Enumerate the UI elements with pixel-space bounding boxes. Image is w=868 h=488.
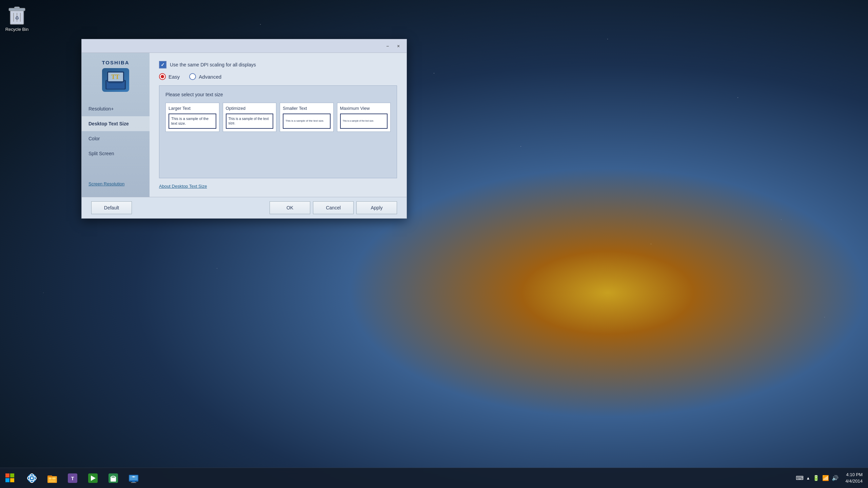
default-button[interactable]: Default [91, 201, 132, 214]
apply-button[interactable]: Apply [356, 201, 397, 214]
ie-icon [26, 473, 37, 484]
file-explorer-icon [47, 473, 58, 484]
toshiba-icon: T [67, 473, 78, 484]
notification-area: ⌨ ▲ 🔋 📶 🔊 [793, 475, 842, 481]
svg-text:T: T [71, 476, 74, 481]
network-icon[interactable]: 📶 [822, 475, 829, 481]
size-card-optimized[interactable]: Optimized This is a sample of the text s… [223, 103, 277, 132]
size-card-smaller-text-preview: This is a sample of the text size. [283, 114, 331, 129]
dpi-checkbox-wrapper[interactable]: Use the same DPI scaling for all display… [159, 61, 256, 68]
smaller-text-preview: This is a sample of the text size. [285, 119, 324, 123]
start-button[interactable] [0, 468, 20, 488]
larger-text-preview: This is a sample of the text size. [171, 116, 214, 126]
recycle-bin-label: Recycle Bin [5, 27, 29, 32]
sidebar-item-desktop-text-size[interactable]: Desktop Text Size [82, 116, 150, 131]
svg-rect-15 [10, 473, 14, 477]
size-card-smaller-text-title: Smaller Text [283, 106, 331, 111]
size-options-container: Larger Text This is a sample of the text… [165, 103, 391, 132]
svg-rect-3 [14, 7, 20, 9]
size-card-larger-text[interactable]: Larger Text This is a sample of the text… [165, 103, 219, 132]
svg-text:♻: ♻ [15, 15, 19, 21]
taskbar: T [0, 468, 868, 488]
panel-title: Please select your text size [165, 92, 391, 97]
keyboard-icon[interactable]: ⌨ [796, 475, 804, 481]
about-link[interactable]: About Desktop Text Size [159, 184, 397, 189]
size-card-maximum-view-preview: This is a sample of the text size. [340, 114, 388, 129]
radio-easy-button[interactable] [159, 73, 166, 80]
logo-icon-container: TT [102, 68, 129, 92]
clock-time: 4:10 PM [845, 472, 863, 478]
svg-rect-36 [131, 482, 136, 483]
size-card-maximum-view[interactable]: Maximum View This is a sample of the tex… [337, 103, 391, 132]
svg-rect-23 [47, 475, 52, 477]
taskbar-app-remote-desktop[interactable] [123, 468, 144, 488]
dialog-titlebar: − × [82, 39, 407, 53]
svg-rect-13 [109, 82, 122, 83]
taskbar-app-file-explorer[interactable] [42, 468, 62, 488]
size-card-optimized-title: Optimized [226, 106, 274, 111]
minimize-button[interactable]: − [382, 41, 393, 51]
radio-advanced[interactable]: Advanced [189, 73, 221, 80]
size-card-optimized-preview: This is a sample of the text size. [226, 114, 274, 129]
media-player-icon [87, 473, 98, 484]
sidebar-logo: TOSHIBA TT [82, 53, 150, 99]
radio-advanced-button[interactable] [189, 73, 196, 80]
taskbar-app-toshiba[interactable]: T [62, 468, 83, 488]
size-card-smaller-text[interactable]: Smaller Text This is a sample of the tex… [280, 103, 334, 132]
recycle-bin-icon[interactable]: ♻ Recycle Bin [3, 3, 31, 32]
windows-logo-icon [5, 473, 15, 483]
dialog-footer: Default OK Cancel Apply [82, 197, 407, 218]
svg-rect-16 [5, 478, 9, 482]
radio-advanced-label: Advanced [199, 74, 221, 80]
ok-button[interactable]: OK [270, 201, 310, 214]
volume-icon[interactable]: 🔊 [832, 475, 839, 481]
svg-point-21 [31, 477, 33, 479]
footer-right-buttons: OK Cancel Apply [270, 201, 397, 214]
dpi-checkbox-row: Use the same DPI scaling for all display… [159, 61, 397, 68]
maximum-view-text-preview: This is a sample of the text size. [343, 120, 374, 122]
mode-radio-group: Easy Advanced [159, 73, 397, 80]
dpi-checkbox-label: Use the same DPI scaling for all display… [170, 62, 256, 67]
main-content: Use the same DPI scaling for all display… [150, 53, 407, 197]
battery-icon[interactable]: 🔋 [813, 475, 820, 481]
clock-date: 4/4/2014 [845, 478, 863, 484]
svg-rect-32 [111, 477, 116, 482]
remote-desktop-icon [128, 473, 139, 484]
system-clock[interactable]: 4:10 PM 4/4/2014 [845, 472, 863, 484]
close-button[interactable]: × [393, 41, 404, 51]
radio-easy[interactable]: Easy [159, 73, 180, 80]
store-icon [108, 473, 119, 484]
svg-rect-17 [10, 478, 14, 482]
taskbar-app-media-player[interactable] [83, 468, 103, 488]
logo-svg: TT [104, 70, 127, 90]
sidebar-item-resolution[interactable]: Resolution+ [82, 101, 150, 116]
dialog-sidebar: TOSHIBA TT [82, 53, 150, 197]
dialog-window: − × TOSHIBA TT [81, 39, 407, 219]
dpi-checkbox[interactable] [159, 61, 166, 68]
screen-resolution-link[interactable]: Screen Resolution [88, 181, 124, 186]
sidebar-item-split-screen[interactable]: Split Screen [82, 146, 150, 161]
svg-rect-24 [49, 477, 52, 480]
cancel-button[interactable]: Cancel [313, 201, 354, 214]
size-card-larger-text-preview: This is a sample of the text size. [169, 114, 216, 129]
svg-rect-14 [5, 473, 9, 477]
show-hidden-icons[interactable]: ▲ [806, 476, 810, 481]
sidebar-footer: Screen Resolution [82, 177, 150, 190]
svg-rect-26 [49, 480, 56, 482]
sidebar-nav: Resolution+ Desktop Text Size Color Spli… [82, 99, 150, 177]
taskbar-right: ⌨ ▲ 🔋 📶 🔊 4:10 PM 4/4/2014 [793, 472, 868, 484]
svg-text:TT: TT [111, 74, 119, 80]
sidebar-item-color[interactable]: Color [82, 131, 150, 146]
size-card-maximum-view-title: Maximum View [340, 106, 388, 111]
svg-rect-35 [132, 482, 135, 482]
text-size-panel: Please select your text size Larger Text… [159, 85, 397, 178]
dialog-body: TOSHIBA TT [82, 53, 407, 197]
svg-rect-25 [52, 477, 56, 480]
brand-label: TOSHIBA [102, 60, 129, 65]
taskbar-app-internet-explorer[interactable] [22, 468, 42, 488]
optimized-text-preview: This is a sample of the text size. [229, 117, 271, 125]
recycle-bin-svg: ♻ [7, 3, 27, 25]
radio-easy-label: Easy [169, 74, 180, 80]
taskbar-app-store[interactable] [103, 468, 123, 488]
size-card-larger-text-title: Larger Text [169, 106, 216, 111]
